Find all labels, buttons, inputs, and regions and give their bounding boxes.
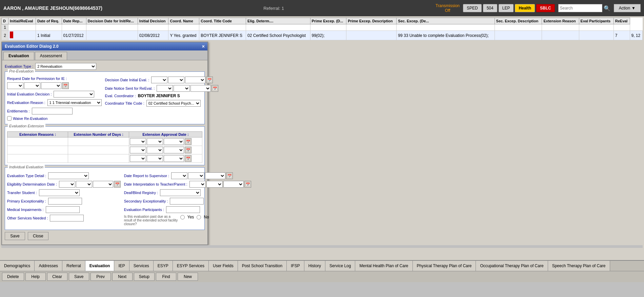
- dec-year[interactable]: [185, 77, 205, 83]
- eval-type-detail-select[interactable]: [48, 172, 89, 179]
- ext-reason-3[interactable]: [8, 155, 67, 162]
- ext-year-1[interactable]: [164, 138, 184, 145]
- deaf-blind-select[interactable]: [160, 189, 201, 196]
- reeval-reason-select[interactable]: 1 1 Triennial reevaluation: [47, 99, 102, 106]
- tab-referral[interactable]: Referral: [62, 261, 85, 271]
- tab-user-fields[interactable]: User Fields: [209, 261, 238, 271]
- ext-reason-2[interactable]: [8, 147, 67, 153]
- notice-day[interactable]: [174, 85, 190, 92]
- interp-day[interactable]: [206, 181, 223, 188]
- ext-days-2[interactable]: [69, 147, 128, 153]
- health-button[interactable]: Health: [515, 4, 535, 12]
- find-button[interactable]: Find: [156, 273, 176, 281]
- table-row[interactable]: 1: [2, 24, 643, 31]
- past-due-no-radio[interactable]: [197, 215, 201, 219]
- primary-excep-input[interactable]: [48, 198, 82, 205]
- ext-month-2[interactable]: [130, 147, 146, 153]
- search-input[interactable]: [558, 4, 602, 12]
- prev-button[interactable]: Prev: [90, 273, 111, 281]
- ext-reason-1[interactable]: [8, 138, 67, 145]
- horizontal-scrollbar[interactable]: [1, 245, 643, 248]
- initial-eval-decision-select[interactable]: [54, 91, 94, 98]
- req-year[interactable]: [41, 82, 61, 89]
- tab-evaluation[interactable]: Evaluation: [85, 261, 115, 271]
- dec-month[interactable]: [151, 77, 167, 83]
- secondary-excep-input[interactable]: [170, 198, 204, 205]
- req-date-picker[interactable]: 📅: [62, 82, 69, 89]
- dec-date-picker[interactable]: 📅: [206, 77, 213, 83]
- elig-month[interactable]: [59, 181, 75, 188]
- elig-year[interactable]: [93, 181, 113, 188]
- new-button[interactable]: New: [178, 273, 198, 281]
- setup-button[interactable]: Setup: [134, 273, 155, 281]
- tab-services[interactable]: Services: [129, 261, 154, 271]
- past-due-yes-radio[interactable]: [180, 215, 185, 219]
- next-button[interactable]: Next: [112, 273, 133, 281]
- report-day[interactable]: [188, 172, 204, 179]
- other-services-input[interactable]: [50, 215, 84, 221]
- report-month[interactable]: [171, 172, 187, 179]
- tab-assessment[interactable]: Assessment: [35, 52, 67, 60]
- elig-date-picker[interactable]: 📅: [114, 181, 121, 188]
- req-day[interactable]: [24, 82, 40, 89]
- lep-button[interactable]: LEP: [499, 4, 514, 12]
- tab-esyp-services[interactable]: ESYP Services: [173, 261, 209, 271]
- elig-day[interactable]: [76, 181, 92, 188]
- tab-post-school[interactable]: Post School Transition: [238, 261, 287, 271]
- ext-year-2[interactable]: [164, 147, 184, 153]
- notice-year[interactable]: [190, 85, 211, 92]
- table-row[interactable]: 2 1 Initial 01/27/2012 02/08/2012 Y Yes.…: [2, 31, 643, 40]
- dialog-save-button[interactable]: Save: [5, 232, 25, 240]
- ext-date-picker-2[interactable]: 📅: [185, 147, 192, 153]
- tab-iep[interactable]: IEP: [114, 261, 129, 271]
- help-button[interactable]: Help: [25, 273, 46, 281]
- ext-year-3[interactable]: [164, 155, 184, 162]
- tab-service-log[interactable]: Service Log: [325, 261, 355, 271]
- eval-type-select[interactable]: 2 Reevaluation: [35, 63, 96, 70]
- tab-demographics[interactable]: Demographics: [0, 261, 35, 271]
- dialog-close-button2[interactable]: Close: [28, 232, 48, 240]
- ext-date-picker-3[interactable]: 📅: [185, 155, 192, 162]
- tab-esyp[interactable]: ESYP: [154, 261, 173, 271]
- ext-days-3[interactable]: [69, 155, 128, 162]
- report-year[interactable]: [205, 172, 225, 179]
- tab-mental-health[interactable]: Mental Health Plan of Care: [355, 261, 412, 271]
- notice-month[interactable]: [157, 85, 173, 92]
- save-button[interactable]: Save: [69, 273, 89, 281]
- notice-date-picker[interactable]: 📅: [212, 85, 218, 92]
- dec-day[interactable]: [168, 77, 184, 83]
- search-icon[interactable]: 🔍: [604, 5, 610, 12]
- clear-button[interactable]: Clear: [47, 273, 67, 281]
- ext-date-picker-1[interactable]: 📅: [185, 138, 192, 145]
- action-button[interactable]: Action ▼: [614, 4, 641, 12]
- interp-date-picker[interactable]: 📅: [244, 181, 251, 188]
- entitlements-input[interactable]: [32, 108, 73, 114]
- tab-evaluation[interactable]: Evaluation: [3, 52, 34, 60]
- tab-physical-therapy[interactable]: Physical Therapy Plan of Care: [413, 261, 476, 271]
- sped-button[interactable]: SPED: [463, 4, 482, 12]
- dialog-close-button[interactable]: ×: [202, 44, 205, 49]
- ext-day-3[interactable]: [147, 155, 163, 162]
- interp-month[interactable]: [189, 181, 206, 188]
- delete-button[interactable]: Delete: [2, 273, 24, 281]
- 504-button[interactable]: 504: [483, 4, 497, 12]
- tab-addresses[interactable]: Addresses: [35, 261, 62, 271]
- interp-year[interactable]: [223, 181, 244, 188]
- ext-month-3[interactable]: [130, 155, 146, 162]
- transfer-student-select[interactable]: [39, 189, 80, 196]
- tab-speech-therapy[interactable]: Speech Therapy Plan of Care: [548, 261, 610, 271]
- tab-ifsp[interactable]: IFSP: [287, 261, 304, 271]
- ext-month-1[interactable]: [130, 138, 146, 145]
- ext-days-1[interactable]: [69, 138, 128, 145]
- tab-occupational-therapy[interactable]: Occupational Therapy Plan of Care: [476, 261, 548, 271]
- eval-participants-input[interactable]: [166, 206, 200, 213]
- tab-history[interactable]: History: [304, 261, 325, 271]
- ext-day-2[interactable]: [147, 147, 163, 153]
- medical-imp-input[interactable]: [46, 206, 80, 213]
- sblc-button[interactable]: SBLC: [536, 4, 555, 12]
- ext-day-1[interactable]: [147, 138, 163, 145]
- req-month[interactable]: [7, 82, 23, 89]
- report-date-picker[interactable]: 📅: [226, 172, 233, 179]
- coordinator-title-select[interactable]: 02 Certified School Psych...: [146, 100, 201, 107]
- waive-reeval-checkbox[interactable]: [7, 116, 12, 121]
